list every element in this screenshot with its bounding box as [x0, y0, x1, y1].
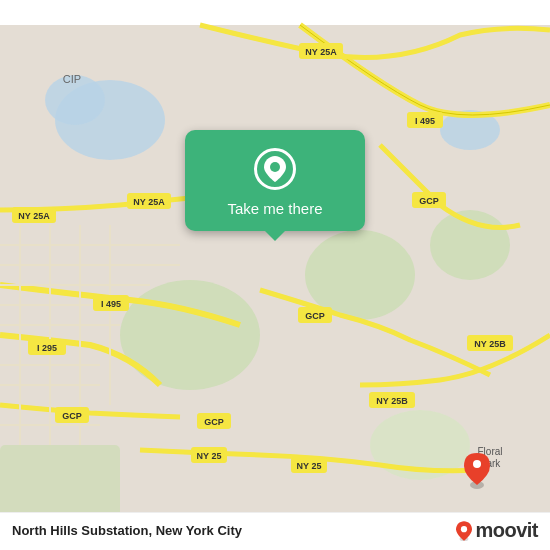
svg-text:CIP: CIP: [63, 73, 81, 85]
moovit-logo-bottom: moovit: [456, 519, 538, 542]
moovit-brand-bottom: moovit: [475, 519, 538, 542]
svg-text:I 295: I 295: [37, 343, 57, 353]
location-pin-icon: [254, 148, 296, 190]
moovit-pin-icon-bottom: [456, 521, 472, 541]
take-me-there-button[interactable]: Take me there: [227, 200, 322, 217]
svg-text:NY 25B: NY 25B: [474, 339, 506, 349]
svg-text:NY 25A: NY 25A: [18, 211, 50, 221]
map-container: NY 25A NY 25A NY 25A I 495 I 495 I 295 G…: [0, 0, 550, 550]
popup-card[interactable]: Take me there: [185, 130, 365, 231]
location-name: North Hills Substation, New York City: [12, 523, 242, 538]
svg-text:I 495: I 495: [101, 299, 121, 309]
svg-text:NY 25A: NY 25A: [133, 197, 165, 207]
svg-text:GCP: GCP: [305, 311, 325, 321]
svg-point-53: [473, 460, 481, 468]
svg-text:NY 25B: NY 25B: [376, 396, 408, 406]
svg-text:GCP: GCP: [419, 196, 439, 206]
svg-point-4: [120, 280, 260, 390]
svg-text:I 495: I 495: [415, 116, 435, 126]
svg-text:NY 25A: NY 25A: [305, 47, 337, 57]
svg-text:NY 25: NY 25: [197, 451, 222, 461]
svg-point-54: [270, 162, 280, 172]
svg-point-58: [461, 526, 467, 532]
svg-text:GCP: GCP: [62, 411, 82, 421]
svg-text:NY 25: NY 25: [297, 461, 322, 471]
svg-text:GCP: GCP: [204, 417, 224, 427]
